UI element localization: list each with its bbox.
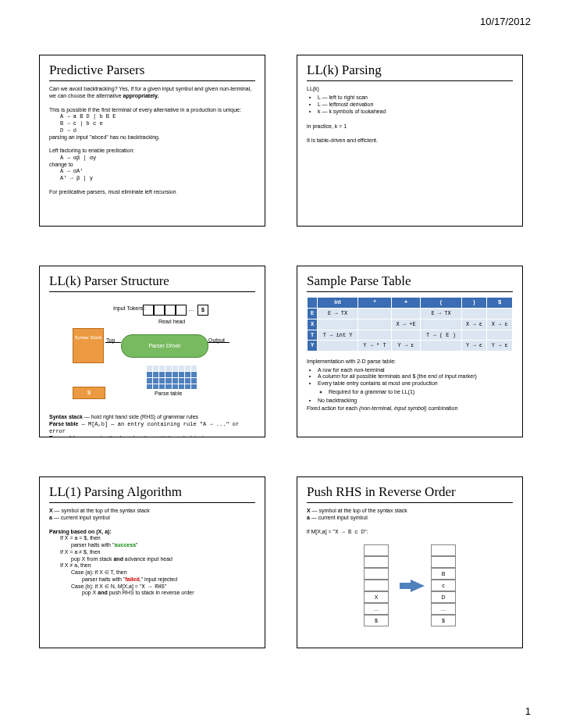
label-read-head: Read head [158,319,185,326]
parser-diagram: Input Tokens: … $ Read head Syntax Stack… [49,297,255,414]
page: 10/17/2012 Predictive Parsers Can we avo… [0,0,562,726]
page-number: 1 [525,705,531,717]
parser-driver-box: Parser Driver [121,334,208,358]
input-tape [143,305,187,316]
label-output: Output [208,337,225,344]
text: in practice, k = 1 [307,123,513,130]
subcase: Case (a): if X ∈ T, then [71,569,255,576]
slide-title: LL(k) Parsing [307,62,513,81]
bullet-list: A row for each non-terminal A column for… [307,367,513,405]
text: Can we avoid backtracking? Yes, if for a… [49,86,255,100]
parse-table-icon [147,366,197,389]
syntax-stack-box: Syntax Stack [73,328,104,363]
ellipsis: … [188,305,194,313]
grammar: A → αβ | αγ [60,155,255,162]
text: X — symbol at the top of the syntax stac… [49,508,255,515]
slide-push-rhs: Push RHS in Reverse Order X — symbol at … [297,476,523,648]
result: pop X and push RHS to stack in reverse o… [82,590,255,597]
slide-ll1-algorithm: LL(1) Parsing Algorithm X — symbol at th… [39,476,265,648]
grammar: A' → β | γ [60,175,255,182]
case: If X = a = $, then [60,535,255,542]
label-parse-table: Parse table [155,391,182,398]
slide-title: Sample Parse Table [307,273,513,292]
dollar-bottom: $ [73,387,105,399]
note: Syntax stack — hold right hand side (RHS… [49,414,255,421]
text: For predicative parsers, must eliminate … [49,189,255,196]
case: If X = a ≠ $, then [60,549,255,556]
slide-title: LL(1) Parsing Algorithm [49,484,255,503]
slide-llk-structure: LL(k) Parser Structure Input Tokens: … $… [39,266,265,437]
bullet-list: L — left to right scan L — leftmost deri… [307,95,513,115]
text: It is table-driven and efficient. [307,137,513,145]
slide-title: Predictive Parsers [49,62,255,81]
line [208,342,229,343]
text: a — current input symbol [307,515,513,522]
case: If X ≠ a, then [60,562,255,569]
grammar: A → αA' [60,168,255,175]
label-input-tokens: Input Tokens: [113,305,146,312]
stack-after: B c D … $ [431,544,456,626]
result: parser halts with "success" [71,542,255,549]
bullet: k — k symbols of lookahead [318,109,513,116]
text: a — current input symbol [49,515,255,522]
grammar: B → c | b c e [60,120,255,127]
grammar: A → a B D | b B E [60,113,255,120]
page-header-date: 10/17/2012 [480,16,531,27]
stack-before: X … $ [364,544,389,626]
bullet: L — left to right scan [318,95,513,102]
bullet: L — leftmost derivation [318,102,513,109]
line [105,342,121,343]
label-top: Top [106,337,115,344]
text: Left factoring to enable predication: [49,148,255,155]
parse-table: int * + ( ) $ E E → TXE → TX X X → +EX →… [307,297,513,352]
note: Parser driver — next action based on (cu… [49,435,255,438]
dollar-cell: $ [197,305,208,316]
text: if M[X,a] = "X → B c D": [307,529,513,536]
slides-grid: Predictive Parsers Can we avoid backtrac… [0,23,562,680]
text: change to [49,162,255,169]
slide-llk-parsing: LL(k) Parsing LL(k) L — left to right sc… [297,55,523,227]
subcase: Case (b): if X ∈ N, M[X,a] = "X → RHS" [71,583,255,591]
slide-predictive-parsers: Predictive Parsers Can we avoid backtrac… [39,55,265,227]
text: parsing an input "abced" has no backtrac… [49,134,255,141]
slide-title: Push RHS in Reverse Order [307,484,513,503]
grammar: D → d [60,127,255,134]
text: Implementation with 2-D parse table: [307,359,513,366]
result: pop X from stack and advance input head [71,556,255,563]
text: Parsing based on (X, a): [49,529,255,536]
text: LL(k) [307,86,513,93]
arrow-icon [411,580,425,592]
stack-diagram: X … $ B c D … $ [307,544,513,626]
slide-title: LL(k) Parser Structure [49,273,255,292]
result: parser halts with "failed," input reject… [82,576,255,583]
text: This is possible if the first terminal o… [49,107,255,114]
slide-sample-parse-table: Sample Parse Table int * + ( ) $ E E → T… [297,266,523,437]
text: Fixed action for each (non-terminal, inp… [307,405,513,412]
note: Parse table — M[A,b] — an entry containi… [49,421,255,435]
text: X — symbol at the top of the syntax stac… [307,508,513,515]
